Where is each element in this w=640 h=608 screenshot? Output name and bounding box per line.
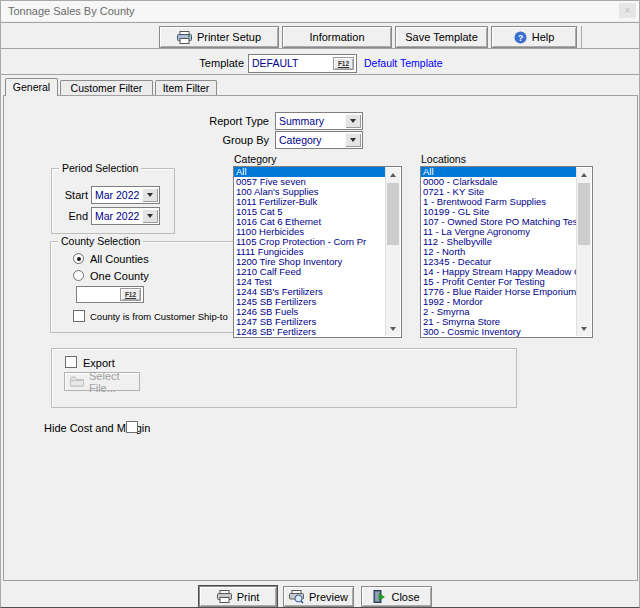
tab-general[interactable]: General — [5, 78, 58, 96]
period-start-value: Mar 2022 — [95, 187, 139, 203]
template-f12-lookup-button[interactable]: F12 — [333, 57, 354, 70]
county-input[interactable]: F12 — [76, 286, 144, 303]
list-item[interactable]: 1248 SB' Fertlizers — [234, 327, 385, 337]
list-item[interactable]: 15 - Profit Center For Testing — [421, 277, 576, 287]
list-item[interactable]: 1245 SB Fertilizers — [234, 297, 385, 307]
list-item[interactable]: 1244 SB's Fertilizers — [234, 287, 385, 297]
county-shipto-checkbox[interactable] — [73, 310, 85, 322]
print-label: Print — [237, 591, 260, 603]
help-button[interactable]: ? Help — [491, 26, 577, 48]
list-item[interactable]: 1016 Cat 6 Ethernet — [234, 217, 385, 227]
locations-scrollbar[interactable] — [576, 168, 591, 336]
list-item[interactable]: 2 - Smyrna — [421, 307, 576, 317]
chevron-down-icon[interactable] — [142, 209, 158, 223]
report-type-value: Summary — [279, 113, 324, 129]
list-item[interactable]: 1105 Crop Protection - Corn Pr — [234, 237, 385, 247]
help-label: Help — [532, 31, 555, 43]
list-item[interactable]: 1015 Cat 5 — [234, 207, 385, 217]
information-button[interactable]: Information — [282, 26, 392, 48]
list-item[interactable]: All — [234, 167, 385, 177]
template-input[interactable]: DEFAULT F12 — [248, 54, 357, 73]
group-by-value: Category — [279, 132, 322, 148]
information-label: Information — [309, 31, 364, 43]
chevron-down-icon[interactable] — [345, 114, 361, 128]
list-item[interactable]: 14 - Happy Stream Happy Meadow Ch — [421, 267, 576, 277]
report-type-select[interactable]: Summary — [275, 112, 363, 130]
list-item[interactable]: 1200 Tire Shop Inventory — [234, 257, 385, 267]
close-button[interactable]: Close — [361, 586, 432, 607]
list-item[interactable]: 1247 SB Fertilizers — [234, 317, 385, 327]
list-item[interactable]: 10199 - GL Site — [421, 207, 576, 217]
all-counties-radio[interactable] — [73, 253, 84, 264]
period-start-select[interactable]: Mar 2022 — [91, 186, 160, 204]
scroll-up-icon[interactable] — [386, 168, 400, 182]
hide-cost-margin-checkbox[interactable] — [126, 421, 138, 433]
locations-list-label: Locations — [421, 153, 466, 165]
exit-door-icon — [373, 590, 386, 603]
tab-item-filter[interactable]: Item Filter — [155, 80, 217, 96]
list-item[interactable]: 21 - Smyrna Store — [421, 317, 576, 327]
print-preview-icon — [289, 590, 304, 604]
list-item[interactable]: 112 - Shelbyville — [421, 237, 576, 247]
list-item[interactable]: 12345 - Decatur — [421, 257, 576, 267]
scroll-up-icon[interactable] — [577, 168, 591, 182]
close-label: Close — [391, 591, 419, 603]
save-template-label: Save Template — [405, 31, 478, 43]
print-button[interactable]: Print — [199, 586, 277, 607]
scroll-down-icon[interactable] — [386, 322, 400, 336]
list-item[interactable]: 100 Alan's Supplies — [234, 187, 385, 197]
list-item[interactable]: 0000 - Clarksdale — [421, 177, 576, 187]
select-file-label: Select File... — [89, 370, 139, 394]
locations-listbox[interactable]: All0000 - Clarksdale0721 - KY Site1 - Br… — [420, 166, 593, 338]
category-listbox[interactable]: All0057 Five seven100 Alan's Supplies101… — [233, 166, 402, 338]
list-item[interactable]: 1100 Herbicides — [234, 227, 385, 237]
locations-scroll-thumb[interactable] — [578, 183, 590, 245]
chevron-down-icon[interactable] — [142, 188, 158, 202]
svg-text:?: ? — [518, 32, 523, 42]
chevron-down-icon[interactable] — [345, 133, 361, 147]
list-item[interactable]: 1 - Brentwood Farm Supplies — [421, 197, 576, 207]
list-item[interactable]: 1246 SB Fuels — [234, 307, 385, 317]
period-end-select[interactable]: Mar 2022 — [91, 207, 160, 225]
folder-icon — [70, 376, 84, 387]
preview-button[interactable]: Preview — [283, 586, 354, 607]
export-label: Export — [83, 357, 115, 369]
category-list-label: Category — [234, 153, 277, 165]
select-file-button[interactable]: Select File... — [64, 372, 140, 391]
printer-icon — [177, 31, 192, 44]
list-item[interactable]: 1992 - Mordor — [421, 297, 576, 307]
list-item[interactable]: 300 - Cosmic Inventory — [421, 327, 576, 337]
county-selection-title: County Selection — [58, 235, 143, 247]
list-item[interactable]: 0721 - KY Site — [421, 187, 576, 197]
county-f12-lookup-button[interactable]: F12 — [120, 288, 141, 301]
group-by-select[interactable]: Category — [275, 131, 363, 149]
one-county-radio[interactable] — [73, 270, 84, 281]
list-item[interactable]: 11 - La Vergne Agronomy — [421, 227, 576, 237]
period-end-value: Mar 2022 — [95, 208, 139, 224]
list-item[interactable]: 12 - North — [421, 247, 576, 257]
category-scrollbar[interactable] — [385, 168, 400, 336]
list-item[interactable]: 1210 Calf Feed — [234, 267, 385, 277]
close-window-button[interactable]: × — [619, 3, 636, 18]
printer-setup-button[interactable]: Printer Setup — [159, 26, 279, 48]
list-item[interactable]: 1011 Fertilizer-Bulk — [234, 197, 385, 207]
tab-customer-filter[interactable]: Customer Filter — [60, 80, 153, 96]
print-icon — [217, 590, 232, 603]
group-by-label: Group By — [161, 134, 269, 146]
save-template-button[interactable]: Save Template — [395, 26, 488, 48]
preview-label: Preview — [309, 591, 348, 603]
title-bar: Tonnage Sales By County × — [1, 1, 639, 21]
list-item[interactable]: 1111 Fungicides — [234, 247, 385, 257]
scroll-down-icon[interactable] — [577, 322, 591, 336]
category-scroll-thumb[interactable] — [387, 183, 399, 245]
template-description: Default Template — [364, 57, 443, 69]
toolbar-divider — [581, 26, 582, 48]
list-item[interactable]: All — [421, 167, 576, 177]
list-item[interactable]: 1776 - Blue Raider Horse Emporium — [421, 287, 576, 297]
period-start-label: Start — [51, 189, 88, 201]
list-item[interactable]: 124 Test — [234, 277, 385, 287]
list-item[interactable]: 0057 Five seven — [234, 177, 385, 187]
list-item[interactable]: 107 - Owned Store PO Matching Test — [421, 217, 576, 227]
export-checkbox[interactable] — [65, 356, 77, 368]
category-items: All0057 Five seven100 Alan's Supplies101… — [234, 167, 401, 337]
